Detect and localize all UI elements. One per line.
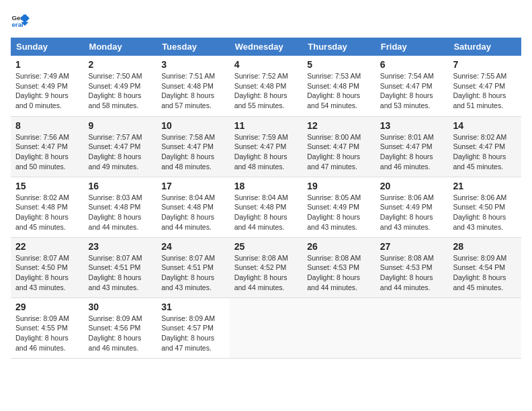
weekday-header-sunday: Sunday: [11, 38, 84, 56]
calendar-cell: 19Sunrise: 8:05 AMSunset: 4:49 PMDayligh…: [302, 177, 375, 237]
cell-details: Sunrise: 8:04 AMSunset: 4:48 PMDaylight:…: [234, 193, 298, 232]
cell-details: Sunrise: 8:07 AMSunset: 4:51 PMDaylight:…: [161, 253, 225, 293]
day-number: 9: [89, 120, 152, 131]
calendar-cell: 18Sunrise: 8:04 AMSunset: 4:48 PMDayligh…: [230, 177, 303, 237]
weekday-header-row: SundayMondayTuesdayWednesdayThursdayFrid…: [11, 38, 521, 56]
weekday-header-saturday: Saturday: [448, 38, 521, 56]
cell-details: Sunrise: 8:08 AMSunset: 4:53 PMDaylight:…: [307, 253, 371, 293]
calendar-cell: 7Sunrise: 7:55 AMSunset: 4:47 PMDaylight…: [448, 56, 521, 116]
cell-details: Sunrise: 8:09 AMSunset: 4:56 PMDaylight:…: [89, 314, 152, 353]
day-number: 30: [89, 302, 152, 312]
weekday-header-wednesday: Wednesday: [230, 38, 303, 56]
day-number: 10: [161, 120, 225, 131]
cell-details: Sunrise: 8:09 AMSunset: 4:57 PMDaylight:…: [161, 314, 225, 353]
day-number: 23: [89, 241, 152, 252]
cell-details: Sunrise: 7:53 AMSunset: 4:48 PMDaylight:…: [307, 71, 371, 111]
cell-details: Sunrise: 7:54 AMSunset: 4:47 PMDaylight:…: [380, 71, 444, 111]
calendar-cell: 2Sunrise: 7:50 AMSunset: 4:49 PMDaylight…: [84, 56, 157, 116]
day-number: 24: [161, 241, 225, 252]
cell-details: Sunrise: 8:04 AMSunset: 4:48 PMDaylight:…: [161, 193, 225, 232]
calendar-cell: 25Sunrise: 8:08 AMSunset: 4:52 PMDayligh…: [230, 237, 303, 298]
day-number: 22: [15, 241, 79, 252]
cell-details: Sunrise: 8:09 AMSunset: 4:55 PMDaylight:…: [15, 314, 79, 353]
day-number: 26: [307, 241, 371, 252]
calendar-cell: 27Sunrise: 8:08 AMSunset: 4:53 PMDayligh…: [375, 237, 449, 298]
day-number: 29: [15, 302, 79, 312]
day-number: 3: [161, 59, 225, 70]
svg-text:eral: eral: [11, 21, 24, 28]
cell-details: Sunrise: 8:05 AMSunset: 4:49 PMDaylight:…: [307, 193, 371, 232]
day-number: 5: [307, 59, 371, 70]
day-number: 19: [307, 181, 371, 191]
cell-details: Sunrise: 8:07 AMSunset: 4:51 PMDaylight:…: [89, 253, 152, 293]
cell-details: Sunrise: 7:58 AMSunset: 4:47 PMDaylight:…: [161, 132, 225, 172]
calendar-cell: 20Sunrise: 8:06 AMSunset: 4:49 PMDayligh…: [375, 177, 449, 237]
calendar-cell: 12Sunrise: 8:00 AMSunset: 4:47 PMDayligh…: [302, 116, 375, 177]
calendar-cell: 21Sunrise: 8:06 AMSunset: 4:50 PMDayligh…: [448, 177, 521, 237]
calendar-table: SundayMondayTuesdayWednesdayThursdayFrid…: [11, 38, 521, 359]
day-number: 4: [234, 59, 298, 70]
day-number: 31: [161, 302, 225, 312]
calendar-cell: [302, 298, 375, 358]
calendar-week-4: 22Sunrise: 8:07 AMSunset: 4:50 PMDayligh…: [11, 237, 521, 298]
calendar-cell: [230, 298, 303, 358]
calendar-week-5: 29Sunrise: 8:09 AMSunset: 4:55 PMDayligh…: [11, 298, 521, 358]
calendar-cell: 29Sunrise: 8:09 AMSunset: 4:55 PMDayligh…: [11, 298, 84, 358]
calendar-week-1: 1Sunrise: 7:49 AMSunset: 4:49 PMDaylight…: [11, 56, 521, 116]
day-number: 25: [234, 241, 298, 252]
logo-icon: Gen eral: [11, 11, 30, 30]
cell-details: Sunrise: 7:49 AMSunset: 4:49 PMDaylight:…: [15, 71, 79, 111]
cell-details: Sunrise: 8:03 AMSunset: 4:48 PMDaylight:…: [89, 193, 152, 232]
cell-details: Sunrise: 8:02 AMSunset: 4:48 PMDaylight:…: [15, 193, 79, 232]
cell-details: Sunrise: 7:57 AMSunset: 4:47 PMDaylight:…: [89, 132, 152, 172]
calendar-cell: 11Sunrise: 7:59 AMSunset: 4:47 PMDayligh…: [230, 116, 303, 177]
day-number: 14: [453, 120, 517, 131]
calendar-cell: 23Sunrise: 8:07 AMSunset: 4:51 PMDayligh…: [84, 237, 157, 298]
cell-details: Sunrise: 8:06 AMSunset: 4:49 PMDaylight:…: [380, 193, 444, 232]
calendar-cell: 28Sunrise: 8:09 AMSunset: 4:54 PMDayligh…: [448, 237, 521, 298]
calendar-cell: 10Sunrise: 7:58 AMSunset: 4:47 PMDayligh…: [157, 116, 230, 177]
weekday-header-monday: Monday: [84, 38, 157, 56]
calendar-cell: [448, 298, 521, 358]
weekday-header-tuesday: Tuesday: [157, 38, 230, 56]
day-number: 17: [161, 181, 225, 191]
calendar-cell: 15Sunrise: 8:02 AMSunset: 4:48 PMDayligh…: [11, 177, 84, 237]
calendar-cell: 30Sunrise: 8:09 AMSunset: 4:56 PMDayligh…: [84, 298, 157, 358]
calendar-week-3: 15Sunrise: 8:02 AMSunset: 4:48 PMDayligh…: [11, 177, 521, 237]
day-number: 8: [15, 120, 79, 131]
logo: Gen eral: [11, 11, 32, 30]
cell-details: Sunrise: 8:08 AMSunset: 4:52 PMDaylight:…: [234, 253, 298, 293]
calendar-week-2: 8Sunrise: 7:56 AMSunset: 4:47 PMDaylight…: [11, 116, 521, 177]
weekday-header-friday: Friday: [375, 38, 449, 56]
cell-details: Sunrise: 8:09 AMSunset: 4:54 PMDaylight:…: [453, 253, 517, 293]
cell-details: Sunrise: 8:08 AMSunset: 4:53 PMDaylight:…: [380, 253, 444, 293]
cell-details: Sunrise: 7:55 AMSunset: 4:47 PMDaylight:…: [453, 71, 517, 111]
day-number: 15: [15, 181, 79, 191]
calendar-cell: 31Sunrise: 8:09 AMSunset: 4:57 PMDayligh…: [157, 298, 230, 358]
day-number: 11: [234, 120, 298, 131]
calendar-cell: 3Sunrise: 7:51 AMSunset: 4:48 PMDaylight…: [157, 56, 230, 116]
day-number: 20: [380, 181, 444, 191]
cell-details: Sunrise: 7:52 AMSunset: 4:48 PMDaylight:…: [234, 71, 298, 111]
calendar-cell: 24Sunrise: 8:07 AMSunset: 4:51 PMDayligh…: [157, 237, 230, 298]
calendar-cell: 16Sunrise: 8:03 AMSunset: 4:48 PMDayligh…: [84, 177, 157, 237]
cell-details: Sunrise: 8:02 AMSunset: 4:47 PMDaylight:…: [453, 132, 517, 172]
day-number: 12: [307, 120, 371, 131]
calendar-cell: 5Sunrise: 7:53 AMSunset: 4:48 PMDaylight…: [302, 56, 375, 116]
calendar-cell: [375, 298, 449, 358]
cell-details: Sunrise: 8:01 AMSunset: 4:47 PMDaylight:…: [380, 132, 444, 172]
calendar-cell: 6Sunrise: 7:54 AMSunset: 4:47 PMDaylight…: [375, 56, 449, 116]
calendar-cell: 17Sunrise: 8:04 AMSunset: 4:48 PMDayligh…: [157, 177, 230, 237]
calendar-cell: 14Sunrise: 8:02 AMSunset: 4:47 PMDayligh…: [448, 116, 521, 177]
cell-details: Sunrise: 8:00 AMSunset: 4:47 PMDaylight:…: [307, 132, 371, 172]
page-header: Gen eral: [11, 11, 521, 30]
cell-details: Sunrise: 8:07 AMSunset: 4:50 PMDaylight:…: [15, 253, 79, 293]
day-number: 27: [380, 241, 444, 252]
cell-details: Sunrise: 7:50 AMSunset: 4:49 PMDaylight:…: [89, 71, 152, 111]
cell-details: Sunrise: 7:56 AMSunset: 4:47 PMDaylight:…: [15, 132, 79, 172]
calendar-cell: 26Sunrise: 8:08 AMSunset: 4:53 PMDayligh…: [302, 237, 375, 298]
day-number: 2: [89, 59, 152, 70]
cell-details: Sunrise: 8:06 AMSunset: 4:50 PMDaylight:…: [453, 193, 517, 232]
day-number: 18: [234, 181, 298, 191]
day-number: 7: [453, 59, 517, 70]
